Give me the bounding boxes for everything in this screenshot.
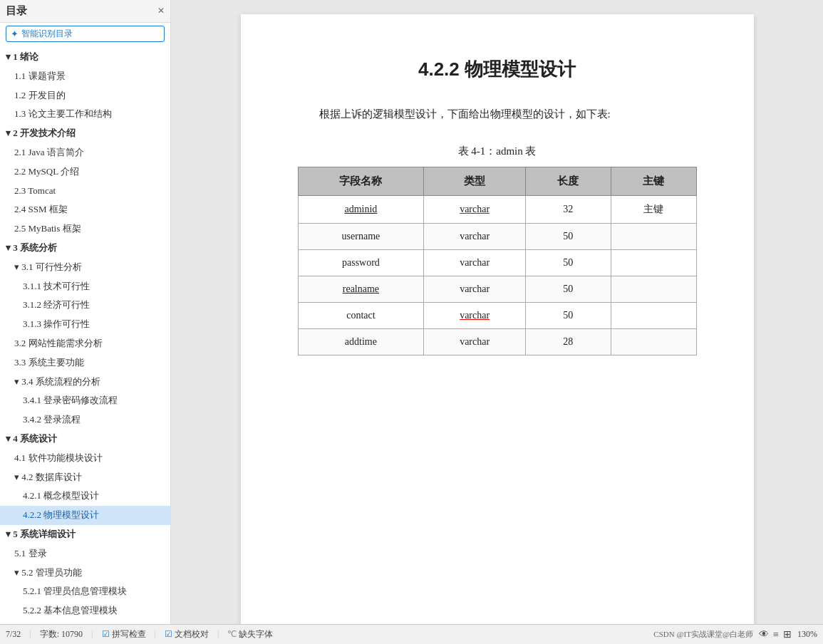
sidebar-item-s311[interactable]: 3.1.1 技术可行性	[0, 277, 170, 296]
doc-compare[interactable]: ☑ 文档校对	[165, 628, 209, 640]
table-row: realnamevarchar50	[298, 276, 696, 303]
table-row: contactvarchar50	[298, 303, 696, 329]
word-count-text: 字数: 10790	[40, 628, 83, 640]
spell-check-checkbox[interactable]: ☑	[102, 629, 110, 640]
sidebar-item-s422[interactable]: 4.2.2 物理模型设计	[0, 506, 170, 525]
length-cell: 50	[525, 250, 611, 276]
layout-icon[interactable]: ≡	[773, 629, 779, 640]
admin-table: 字段名称类型长度主键 adminidvarchar32主键usernamevar…	[298, 167, 697, 355]
sidebar-item-s313[interactable]: 3.1.3 操作可行性	[0, 315, 170, 334]
sidebar-item-s421[interactable]: 4.2.1 概念模型设计	[0, 487, 170, 506]
length-cell: 32	[525, 196, 611, 224]
sidebar-item-s521[interactable]: 5.2.1 管理员信息管理模块	[0, 582, 170, 601]
document-page: 4.2.2 物理模型设计 根据上诉的逻辑模型设计，下面给出物理模型的设计，如下表…	[241, 14, 754, 624]
type-cell: varchar	[424, 303, 526, 329]
field-name-cell: username	[298, 224, 424, 250]
sidebar-item-s13[interactable]: 1.3 论文主要工作和结构	[0, 105, 170, 124]
missing-font-icon: ℃	[227, 629, 237, 640]
table-header: 字段名称	[298, 167, 424, 196]
table-header: 长度	[525, 167, 611, 196]
spell-check-label: 拼写检查	[112, 628, 146, 640]
type-cell: varchar	[424, 196, 526, 224]
field-name-cell: contact	[298, 303, 424, 329]
zoom-level: 130%	[797, 629, 817, 640]
field-name-cell: adminid	[298, 196, 424, 224]
sidebar-item-s23[interactable]: 2.3 Tomcat	[0, 182, 170, 201]
page-intro: 根据上诉的逻辑模型设计，下面给出物理模型的设计，如下表:	[298, 103, 697, 125]
sidebar-item-s3[interactable]: ▾ 3 系统分析	[0, 239, 170, 258]
primary-cell	[611, 303, 696, 329]
content-area: 4.2.2 物理模型设计 根据上诉的逻辑模型设计，下面给出物理模型的设计，如下表…	[171, 0, 823, 624]
sidebar-item-s312[interactable]: 3.1.2 经济可行性	[0, 296, 170, 315]
missing-font-label: 缺失字体	[239, 628, 273, 640]
sidebar-title: 目录	[6, 4, 27, 18]
table-row: usernamevarchar50	[298, 224, 696, 250]
type-cell: varchar	[424, 224, 526, 250]
table-row: addtimevarchar28	[298, 329, 696, 355]
field-name-cell: addtime	[298, 329, 424, 355]
statusbar-right: CSDN @IT实战课堂@白老师 👁 ≡ ⊞ 130%	[653, 628, 817, 640]
doc-compare-label: 文档校对	[175, 628, 209, 640]
sidebar-item-s52[interactable]: ▾ 5.2 管理员功能	[0, 564, 170, 583]
table-row: adminidvarchar32主键	[298, 196, 696, 224]
sidebar-item-s522[interactable]: 5.2.2 基本信息管理模块	[0, 601, 170, 620]
app-container: 目录 ✕ ✦ 智能识别目录 ▾ 1 绪论1.1 课题背景1.2 开发目的1.3 …	[0, 0, 823, 644]
spell-check[interactable]: ☑ 拼写检查	[102, 628, 146, 640]
sidebar-close-button[interactable]: ✕	[157, 6, 165, 16]
table-header: 类型	[424, 167, 526, 196]
sidebar-item-s24[interactable]: 2.4 SSM 框架	[0, 200, 170, 219]
sidebar-nav: ▾ 1 绪论1.1 课题背景1.2 开发目的1.3 论文主要工作和结构▾ 2 开…	[0, 45, 170, 624]
sidebar-item-s51[interactable]: 5.1 登录	[0, 544, 170, 564]
sidebar-ai-label: 智能识别目录	[21, 28, 73, 40]
type-cell: varchar	[424, 329, 526, 355]
table-row: passwordvarchar50	[298, 250, 696, 276]
brand-label: CSDN @IT实战课堂@白老师	[653, 629, 753, 640]
missing-font[interactable]: ℃ 缺失字体	[227, 628, 273, 640]
grid-icon[interactable]: ⊞	[783, 628, 792, 640]
table-caption: 表 4-1：admin 表	[298, 145, 697, 158]
word-count: 字数: 10790	[40, 628, 83, 640]
sidebar: 目录 ✕ ✦ 智能识别目录 ▾ 1 绪论1.1 课题背景1.2 开发目的1.3 …	[0, 0, 171, 624]
page-info-text: 7/32	[6, 629, 21, 640]
primary-cell	[611, 224, 696, 250]
sidebar-item-s342[interactable]: 3.4.2 登录流程	[0, 410, 170, 430]
sidebar-item-s12[interactable]: 1.2 开发目的	[0, 86, 170, 105]
sidebar-item-s34[interactable]: ▾ 3.4 系统流程的分析	[0, 373, 170, 392]
sidebar-item-s21[interactable]: 2.1 Java 语言简介	[0, 143, 170, 162]
length-cell: 50	[525, 224, 611, 250]
sidebar-item-s4[interactable]: ▾ 4 系统设计	[0, 430, 170, 449]
sidebar-controls: ✕	[157, 6, 165, 16]
table-header: 主键	[611, 167, 696, 196]
statusbar-icons: 👁 ≡ ⊞	[759, 628, 792, 640]
sidebar-header: 目录 ✕	[0, 0, 170, 23]
page-info: 7/32	[6, 629, 21, 640]
main-area: 目录 ✕ ✦ 智能识别目录 ▾ 1 绪论1.1 课题背景1.2 开发目的1.3 …	[0, 0, 823, 624]
primary-cell	[611, 250, 696, 276]
statusbar: 7/32 | 字数: 10790 | ☑ 拼写检查 | ☑ 文档校对 | ℃ 缺…	[0, 624, 823, 644]
sidebar-ai-button[interactable]: ✦ 智能识别目录	[6, 26, 165, 42]
sidebar-item-s5[interactable]: ▾ 5 系统详细设计	[0, 525, 170, 544]
sidebar-item-s2[interactable]: ▾ 2 开发技术介绍	[0, 124, 170, 143]
length-cell: 50	[525, 276, 611, 303]
sidebar-item-s31[interactable]: ▾ 3.1 可行性分析	[0, 258, 170, 277]
length-cell: 28	[525, 329, 611, 355]
eye-icon[interactable]: 👁	[759, 629, 769, 640]
type-cell: varchar	[424, 250, 526, 276]
primary-cell: 主键	[611, 196, 696, 224]
primary-cell	[611, 276, 696, 303]
sidebar-item-s11[interactable]: 1.1 课题背景	[0, 67, 170, 86]
sidebar-item-s25[interactable]: 2.5 MyBatis 框架	[0, 219, 170, 239]
sidebar-item-s22[interactable]: 2.2 MySQL 介绍	[0, 162, 170, 182]
sidebar-item-s341[interactable]: 3.4.1 登录密码修改流程	[0, 391, 170, 410]
section-title: 4.2.2 物理模型设计	[298, 57, 697, 82]
length-cell: 50	[525, 303, 611, 329]
sidebar-item-s41[interactable]: 4.1 软件功能模块设计	[0, 449, 170, 468]
sidebar-item-s42[interactable]: ▾ 4.2 数据库设计	[0, 468, 170, 487]
type-cell: varchar	[424, 276, 526, 303]
field-name-cell: password	[298, 250, 424, 276]
sidebar-item-s32[interactable]: 3.2 网站性能需求分析	[0, 334, 170, 353]
ai-icon: ✦	[11, 28, 19, 40]
sidebar-item-s1[interactable]: ▾ 1 绪论	[0, 48, 170, 67]
doc-compare-checkbox[interactable]: ☑	[165, 629, 172, 640]
sidebar-item-s33[interactable]: 3.3 系统主要功能	[0, 353, 170, 373]
